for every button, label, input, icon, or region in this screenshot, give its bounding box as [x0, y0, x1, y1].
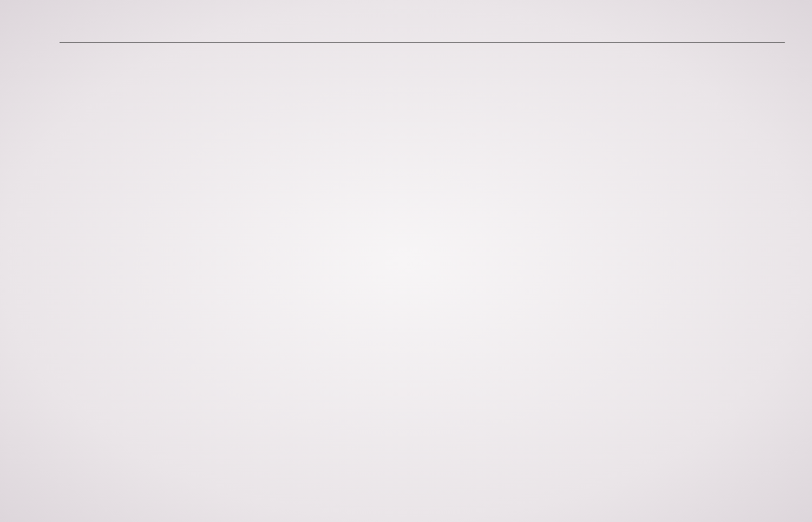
flow-canvas: [0, 0, 812, 522]
